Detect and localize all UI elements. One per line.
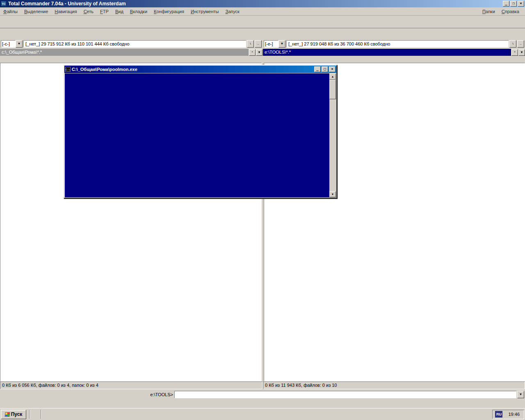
root-button-left[interactable]: \ bbox=[247, 40, 254, 48]
restore-button[interactable]: ❐ bbox=[510, 1, 517, 7]
parent-button-left[interactable]: .. bbox=[255, 40, 262, 48]
menu-item-10[interactable]: Запуск bbox=[222, 8, 242, 15]
drive-combo-left[interactable]: [-c-] bbox=[1, 40, 16, 48]
drive-combo-right-arrow-icon[interactable]: ▼ bbox=[278, 40, 285, 48]
cmd-icon: C:\ bbox=[65, 67, 71, 72]
windows-flag-icon bbox=[5, 412, 10, 417]
command-history-arrow-icon[interactable]: ▼ bbox=[517, 391, 524, 398]
scroll-down-icon[interactable]: ▼ bbox=[329, 191, 336, 197]
command-input[interactable] bbox=[174, 391, 516, 398]
status-bar-left: 0 Кб из 6 056 Кб, файлов: 0 из 4, папок:… bbox=[0, 381, 262, 389]
taskbar-clock: 19:46 bbox=[506, 412, 521, 417]
menu-item-8[interactable]: Конфигурация bbox=[151, 8, 187, 15]
window-titlebar: TC Total Commander 7.04a - University of… bbox=[0, 0, 525, 7]
menu-item-2[interactable]: Выделение bbox=[21, 8, 51, 15]
console-scrollbar[interactable]: ▲ ▼ bbox=[329, 73, 336, 197]
console-maximize-button[interactable]: □ bbox=[322, 66, 328, 72]
menu-item-right-2[interactable]: Справка bbox=[498, 8, 523, 15]
history-button-left[interactable]: ▼ bbox=[256, 49, 262, 56]
window-title: Total Commander 7.04a - University of Am… bbox=[8, 1, 503, 7]
menu-item-4[interactable]: Сеть bbox=[80, 8, 97, 15]
parent-button-right[interactable]: .. bbox=[517, 40, 524, 48]
console-title: C:\_Общая\Рома\poolmon.exe bbox=[72, 67, 314, 72]
start-button[interactable]: Пуск bbox=[1, 410, 26, 419]
console-window: C:\ C:\_Общая\Рома\poolmon.exe _ □ × ▲ ▼ bbox=[64, 65, 337, 199]
total-commander-icon: TC bbox=[1, 1, 7, 7]
drive-combo-right[interactable]: [-e-] bbox=[264, 40, 278, 48]
menu-item-6[interactable]: Вид bbox=[112, 8, 127, 15]
root-button-right[interactable]: \ bbox=[509, 40, 516, 48]
language-indicator[interactable]: RU bbox=[495, 411, 502, 418]
menu-item-7[interactable]: Вкладки bbox=[127, 8, 151, 15]
favorites-button-right[interactable]: * bbox=[511, 49, 518, 56]
column-headers-right bbox=[264, 56, 525, 63]
console-minimize-button[interactable]: _ bbox=[314, 66, 321, 72]
menu-item-1[interactable]: Файлы bbox=[0, 8, 21, 15]
path-row-right: e:\TOOLS\*.* * ▼ bbox=[263, 49, 525, 56]
taskbar: Пуск RU 19:46 bbox=[0, 408, 525, 420]
drive-info-right: [-e-]▼ [_нет_] 27 919 048 Кб из 36 700 4… bbox=[263, 39, 525, 48]
history-button-right[interactable]: ▼ bbox=[518, 49, 525, 56]
status-bar-right: 0 Кб из 11 943 Кб, файлов: 0 из 10 bbox=[263, 381, 525, 389]
close-button[interactable]: × bbox=[518, 1, 524, 7]
menu-bar: ФайлыВыделениеНавигацияСетьFTPВидВкладки… bbox=[0, 7, 525, 16]
menu-item-5[interactable]: FTP bbox=[97, 8, 112, 15]
command-prompt-label: e:\TOOLS> bbox=[0, 392, 174, 397]
scroll-thumb[interactable] bbox=[329, 80, 336, 99]
menu-item-9[interactable]: Инструменты bbox=[187, 8, 222, 15]
column-headers-left bbox=[0, 56, 262, 63]
drive-combo-left-arrow-icon[interactable]: ▼ bbox=[16, 40, 23, 48]
free-space-right: [_нет_] 27 919 048 Кб из 36 700 460 Кб с… bbox=[286, 40, 509, 48]
path-right[interactable]: e:\TOOLS\*.* bbox=[263, 49, 511, 56]
desktop: TC Total Commander 7.04a - University of… bbox=[0, 0, 525, 420]
function-key-bar bbox=[0, 399, 525, 408]
path-row-left: c:\_Общая\Рома\*.* * ▼ bbox=[0, 49, 262, 56]
toolbar bbox=[0, 16, 525, 28]
console-close-button[interactable]: × bbox=[329, 66, 336, 72]
drive-info-left: [-c-]▼ [_нет_] 29 715 912 Кб из 110 101 … bbox=[0, 39, 262, 48]
menu-item-3[interactable]: Навигация bbox=[51, 8, 80, 15]
console-body: ▲ ▼ bbox=[65, 73, 336, 197]
free-space-left: [_нет_] 29 715 912 Кб из 110 101 444 Кб … bbox=[23, 40, 246, 48]
favorites-button-left[interactable]: * bbox=[249, 49, 256, 56]
path-left[interactable]: c:\_Общая\Рома\*.* bbox=[0, 49, 249, 56]
minimize-button[interactable]: _ bbox=[503, 1, 509, 7]
console-titlebar[interactable]: C:\ C:\_Общая\Рома\poolmon.exe _ □ × bbox=[64, 66, 336, 73]
command-line-row: e:\TOOLS> ▼ bbox=[0, 390, 525, 399]
scroll-up-icon[interactable]: ▲ bbox=[329, 73, 336, 80]
menu-item-right-1[interactable]: Папки bbox=[479, 8, 498, 15]
system-tray: RU 19:46 bbox=[492, 410, 524, 419]
